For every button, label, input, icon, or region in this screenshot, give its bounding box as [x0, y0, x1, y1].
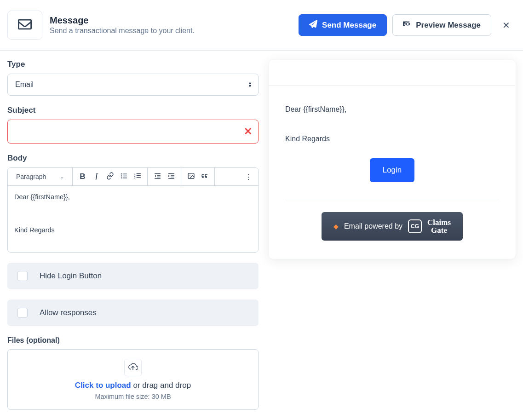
login-button[interactable]: Login: [370, 158, 415, 182]
form-column: Type Email Subject ✕ Body Paragraph: [7, 58, 259, 410]
link-button[interactable]: [103, 168, 117, 185]
brand-line2: Gate: [427, 226, 451, 234]
subject-group: Subject ✕: [7, 106, 259, 144]
allow-responses-row: Allow responses: [7, 299, 259, 326]
dropzone-text: Click to upload or drag and drop: [17, 381, 249, 390]
header-text: Message Send a transactional message to …: [50, 15, 195, 35]
brand-logo: CG Claims Gate: [408, 219, 451, 234]
file-dropzone[interactable]: Click to upload or drag and drop Maximum…: [7, 349, 259, 410]
preview-message-button[interactable]: Preview Message: [392, 14, 491, 36]
preview-body: Dear {{firstName}}, Kind Regards: [269, 86, 516, 158]
subject-input[interactable]: [7, 120, 259, 144]
modal-header: Message Send a transactional message to …: [0, 0, 523, 51]
clear-subject-icon[interactable]: ✕: [244, 126, 252, 138]
editor-content[interactable]: Dear {{firstName}}, Kind Regards: [8, 186, 258, 252]
preview-signoff: Kind Regards: [285, 133, 499, 144]
brand-line1: Claims: [427, 219, 451, 226]
body-empty-line: [14, 209, 252, 219]
more-button[interactable]: ⋮: [241, 168, 255, 185]
editor-toolbar: Paragraph ⌄ B I: [8, 168, 258, 186]
image-button[interactable]: [184, 168, 198, 185]
allow-responses-checkbox[interactable]: [17, 308, 28, 318]
chevron-down-icon: ⌄: [60, 174, 64, 180]
svg-text:3: 3: [134, 177, 136, 179]
brand-text: Claims Gate: [427, 219, 451, 234]
toolbar-indent-group: [148, 168, 181, 185]
quote-icon: [201, 172, 209, 182]
paragraph-style-label: Paragraph: [16, 173, 46, 180]
page-subtitle: Send a transactional message to your cli…: [50, 27, 195, 35]
svg-point-21: [190, 174, 190, 175]
send-message-button[interactable]: Send Message: [299, 14, 387, 36]
body-signoff: Kind Regards: [14, 225, 252, 236]
numbered-list-icon: 123: [134, 172, 142, 182]
envelope-icon: [18, 19, 32, 32]
dropzone-rest: or drag and drop: [131, 381, 191, 390]
svg-rect-18: [171, 176, 174, 177]
files-label: Files (optional): [7, 336, 259, 345]
click-to-upload-link[interactable]: Click to upload: [75, 381, 131, 390]
powered-by-badge: ◆ Email powered by CG Claims Gate: [322, 212, 463, 241]
numbered-list-button[interactable]: 123: [131, 168, 144, 185]
svg-rect-15: [155, 178, 161, 178]
svg-point-0: [121, 173, 122, 174]
body-group: Body Paragraph ⌄ B I: [7, 154, 259, 253]
indent-button[interactable]: [164, 168, 178, 185]
close-icon: ✕: [502, 20, 510, 30]
envelope-icon-box: [7, 11, 42, 40]
body-label: Body: [7, 154, 259, 163]
send-message-label: Send Message: [322, 21, 376, 30]
italic-button[interactable]: I: [89, 168, 103, 185]
page-title: Message: [50, 15, 195, 26]
indent-icon: [167, 172, 175, 182]
link-icon: [106, 172, 114, 182]
hide-login-label: Hide Login Button: [40, 271, 102, 281]
type-label: Type: [7, 60, 259, 69]
email-preview: Dear {{firstName}}, Kind Regards Login ◆…: [269, 60, 516, 259]
toolbar-format-group: B I: [73, 168, 148, 185]
svg-rect-16: [168, 173, 174, 173]
outdent-icon: [154, 172, 161, 182]
preview-column: Dear {{firstName}}, Kind Regards Login ◆…: [269, 58, 516, 259]
quote-button[interactable]: [198, 168, 212, 185]
more-vertical-icon: ⋮: [245, 173, 252, 181]
bullet-list-icon: [120, 172, 128, 182]
allow-responses-label: Allow responses: [40, 308, 97, 317]
envelope-eye-icon: [403, 20, 411, 30]
main-content: Type Email Subject ✕ Body Paragraph: [0, 51, 523, 417]
bold-button[interactable]: B: [75, 168, 89, 185]
preview-login-row: Login: [269, 158, 516, 199]
bullet-list-button[interactable]: [117, 168, 131, 185]
svg-rect-12: [155, 173, 161, 173]
svg-rect-4: [123, 175, 127, 176]
toolbar-insert-group: [181, 168, 215, 185]
type-select[interactable]: Email: [7, 74, 259, 96]
svg-rect-3: [123, 173, 127, 174]
preview-greeting: Dear {{firstName}},: [285, 104, 499, 115]
close-button[interactable]: ✕: [497, 17, 516, 34]
svg-point-1: [121, 175, 122, 176]
svg-rect-10: [137, 175, 141, 176]
upload-icon-wrap: [124, 359, 142, 376]
svg-rect-19: [168, 178, 174, 178]
type-group: Type Email: [7, 60, 259, 96]
paragraph-style-select[interactable]: Paragraph ⌄: [11, 168, 69, 185]
hide-login-checkbox[interactable]: [17, 271, 28, 281]
subject-label: Subject: [7, 106, 259, 115]
toolbar-more-group: ⋮: [239, 168, 258, 185]
svg-point-2: [121, 177, 122, 178]
files-group: Files (optional) Click to upload or drag…: [7, 336, 259, 410]
paper-plane-icon: [309, 20, 317, 30]
type-select-wrap: Email: [7, 74, 259, 96]
subject-input-wrap: ✕: [7, 120, 259, 144]
svg-rect-9: [137, 173, 141, 173]
image-icon: [187, 172, 195, 182]
body-greeting: Dear {{firstName}},: [14, 192, 252, 202]
cloud-upload-icon: [128, 362, 138, 374]
preview-footer: ◆ Email powered by CG Claims Gate: [269, 199, 516, 259]
preview-message-label: Preview Message: [416, 21, 481, 30]
hide-login-row: Hide Login Button: [7, 263, 259, 289]
brand-badge: CG: [408, 219, 422, 233]
svg-rect-11: [137, 177, 141, 178]
outdent-button[interactable]: [150, 168, 164, 185]
